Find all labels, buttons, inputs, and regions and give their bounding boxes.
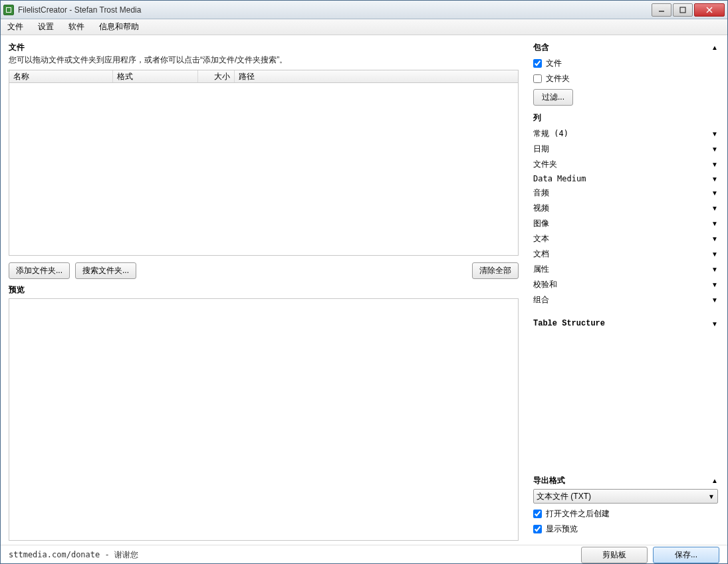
export-title: 导出格式 [533,475,565,486]
filter-button[interactable]: 过滤... [533,89,573,106]
files-hint: 您可以拖动文件或文件夹到应用程序，或者你可以点击“添加文件/文件夹搜索”。 [9,54,519,66]
files-section-title: 文件 [9,42,519,53]
include-files-row[interactable]: 文件 [533,56,718,71]
chevron-down-icon: ▼ [711,220,718,227]
include-files-label: 文件 [546,58,562,69]
column-header-path[interactable]: 路径 [235,70,518,82]
chevron-down-icon: ▼ [711,189,718,197]
search-folder-button[interactable]: 搜索文件夹... [75,262,136,279]
columns-title: 列 [533,112,541,124]
table-structure-section: Table Structure ▼ [533,317,718,330]
app-window: FilelistCreator - Stefan Trost Media 文件 … [0,0,728,564]
include-title: 包含 [533,42,549,53]
show-preview-checkbox[interactable] [533,525,542,533]
chevron-down-icon: ▼ [711,175,718,183]
maximize-button[interactable] [673,3,693,17]
column-header-name[interactable]: 名称 [9,70,113,82]
open-after-checkbox[interactable] [533,510,542,518]
show-preview-row[interactable]: 显示预览 [533,521,718,537]
column-category-general[interactable]: 常规 (4)▼ [533,126,718,141]
chevron-down-icon: ▼ [711,250,718,258]
open-after-label: 打开文件之后创建 [546,508,610,519]
file-list[interactable] [9,83,519,256]
menu-software[interactable]: 软件 [66,20,87,34]
add-folder-button[interactable]: 添加文件夹... [9,262,70,279]
clear-all-button[interactable]: 清除全部 [472,262,519,279]
column-category-combination[interactable]: 组合▼ [533,292,718,308]
menu-settings[interactable]: 设置 [35,20,57,34]
show-preview-label: 显示预览 [546,523,578,535]
svg-rect-1 [680,7,685,13]
column-header-size[interactable]: 大小 [198,70,235,82]
export-collapse-icon[interactable]: ▲ [711,477,718,484]
file-actions-row: 添加文件夹... 搜索文件夹... 清除全部 [9,256,519,284]
column-category-document[interactable]: 文档▼ [533,246,718,262]
minimize-button[interactable] [652,3,671,17]
column-category-text[interactable]: 文本▼ [533,231,718,246]
column-header-format[interactable]: 格式 [113,70,198,82]
clipboard-button[interactable]: 剪贴板 [581,547,648,563]
include-folders-row[interactable]: 文件夹 [533,71,718,86]
app-icon [3,5,14,15]
chevron-down-icon: ▼ [711,281,718,288]
file-list-header: 名称 格式 大小 路径 [9,70,519,83]
column-category-attributes[interactable]: 属性▼ [533,262,718,277]
export-section: 导出格式 ▲ 文本文件 (TXT) ▼ 打开文件之后创建 显示预览 [533,475,718,537]
include-section: 包含 ▲ 文件 文件夹 过滤... [533,42,718,108]
menu-file[interactable]: 文件 [5,20,26,34]
include-folders-label: 文件夹 [546,73,570,84]
menubar: 文件 设置 软件 信息和帮助 [1,19,727,35]
preview-area[interactable] [9,298,519,541]
export-format-value: 文本文件 (TXT) [537,491,591,502]
chevron-down-icon: ▼ [711,266,718,273]
chevron-down-icon: ▼ [711,161,718,168]
save-button[interactable]: 保存... [653,547,719,563]
chevron-down-icon: ▼ [711,320,718,328]
statusbar: sttmedia.com/donate - 谢谢您 剪贴板 保存... [1,545,727,564]
chevron-down-icon: ▼ [711,235,718,242]
preview-section-title: 预览 [9,284,519,296]
chevron-down-icon: ▼ [711,130,718,138]
column-category-date[interactable]: 日期▼ [533,141,718,157]
include-files-checkbox[interactable] [533,59,542,68]
titlebar: FilelistCreator - Stefan Trost Media [1,1,727,19]
include-collapse-icon[interactable]: ▲ [711,44,718,51]
table-structure-header[interactable]: Table Structure ▼ [533,317,718,330]
window-controls [652,3,725,17]
close-button[interactable] [694,3,725,17]
left-pane: 文件 您可以拖动文件或文件夹到应用程序，或者你可以点击“添加文件/文件夹搜索”。… [1,35,527,545]
column-category-checksum[interactable]: 校验和▼ [533,277,718,292]
column-category-data-medium[interactable]: Data Medium▼ [533,172,718,185]
column-category-video[interactable]: 视频▼ [533,201,718,216]
window-title: FilelistCreator - Stefan Trost Media [18,5,652,15]
column-category-folder[interactable]: 文件夹▼ [533,157,718,172]
content-area: 文件 您可以拖动文件或文件夹到应用程序，或者你可以点击“添加文件/文件夹搜索”。… [1,35,727,545]
open-after-row[interactable]: 打开文件之后创建 [533,506,718,521]
chevron-down-icon: ▼ [711,296,718,304]
chevron-down-icon: ▼ [708,493,715,500]
include-folders-checkbox[interactable] [533,74,542,83]
right-pane: 包含 ▲ 文件 文件夹 过滤... 列 [527,35,727,545]
status-text: sttmedia.com/donate - 谢谢您 [9,549,576,561]
column-category-audio[interactable]: 音频▼ [533,185,718,201]
chevron-down-icon: ▼ [711,145,718,153]
chevron-down-icon: ▼ [711,205,718,212]
menu-help[interactable]: 信息和帮助 [96,20,142,34]
column-category-image[interactable]: 图像▼ [533,216,718,231]
export-format-select[interactable]: 文本文件 (TXT) ▼ [533,489,718,504]
columns-section: 列 常规 (4)▼ 日期▼ 文件夹▼ Data Medium▼ 音频▼ 视频▼ … [533,112,718,308]
